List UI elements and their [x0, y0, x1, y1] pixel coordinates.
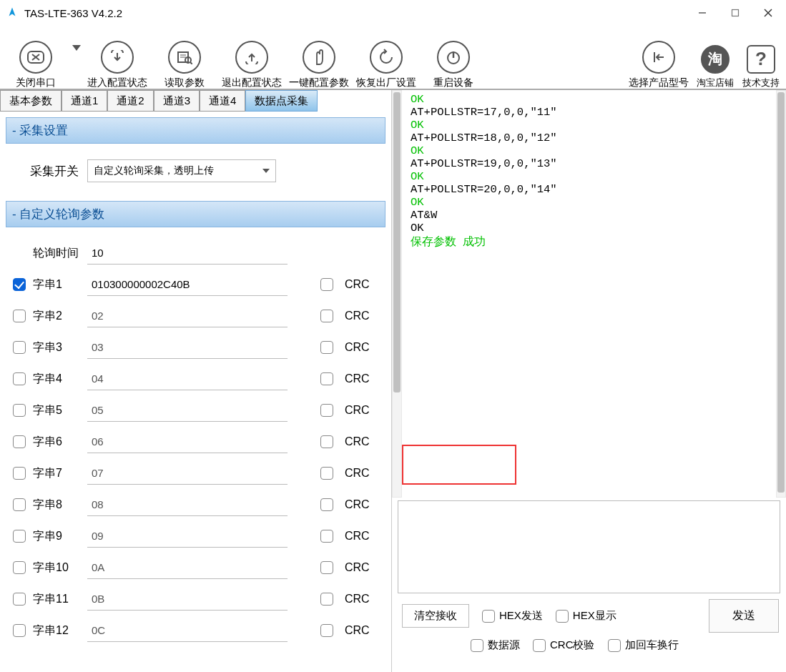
- collect-switch-label: 采集开关: [30, 163, 79, 179]
- crc-checkbox[interactable]: [320, 372, 333, 385]
- send-input[interactable]: [398, 500, 780, 593]
- maximize-button[interactable]: [719, 1, 752, 24]
- crc-checkbox[interactable]: [320, 593, 333, 606]
- string-value-input[interactable]: 03: [87, 336, 288, 359]
- tab-ch1[interactable]: 通道1: [62, 90, 107, 112]
- send-button[interactable]: 发送: [709, 599, 779, 633]
- hex-show-checkbox[interactable]: HEX显示: [556, 609, 616, 623]
- select-model-button[interactable]: 选择产品型号: [626, 29, 692, 89]
- one-key-config-button[interactable]: 一键配置参数: [286, 29, 352, 89]
- string-value-input[interactable]: 0B: [87, 588, 288, 611]
- string-value-input[interactable]: 07: [87, 462, 288, 485]
- section-custom-header: - 自定义轮询参数: [6, 201, 385, 227]
- string-enable-checkbox[interactable]: [13, 404, 26, 417]
- poll-string-row: 字串606CRC: [13, 426, 383, 458]
- crc-checkbox[interactable]: [320, 310, 333, 322]
- crc-checkbox[interactable]: [320, 624, 333, 637]
- crc-checkbox[interactable]: [320, 435, 333, 448]
- section-collect-header: - 采集设置: [6, 117, 385, 144]
- log-output[interactable]: OKAT+POLLSTR=17,0,0,"11"OKAT+POLLSTR=18,…: [408, 93, 770, 249]
- string-label: 字串2: [33, 309, 80, 324]
- log-line: 保存参数 成功: [411, 234, 767, 249]
- toolbar-dropdown[interactable]: [70, 29, 83, 89]
- chevron-down-icon: [72, 45, 81, 51]
- tab-datapoints[interactable]: 数据点采集: [245, 90, 318, 112]
- string-enable-checkbox[interactable]: [13, 310, 26, 322]
- string-label: 字串3: [33, 340, 80, 355]
- string-value-input[interactable]: 04: [87, 367, 288, 390]
- string-enable-checkbox[interactable]: [13, 372, 26, 385]
- crc-check-checkbox[interactable]: CRC校验: [533, 638, 595, 652]
- support-button[interactable]: ? 技术支持: [739, 29, 783, 89]
- window-title: TAS-LTE-363 V4.2.2: [24, 7, 122, 19]
- reboot-button[interactable]: 重启设备: [421, 29, 486, 89]
- string-value-input[interactable]: 010300000002C40B: [87, 273, 288, 296]
- string-value-input[interactable]: 05: [87, 399, 288, 422]
- bottom-controls-row1: 清空接收 HEX发送 HEX显示 发送: [392, 596, 786, 637]
- data-source-checkbox[interactable]: 数据源: [471, 638, 520, 652]
- close-serial-button[interactable]: 关闭串口: [3, 29, 69, 89]
- crc-checkbox[interactable]: [320, 498, 333, 511]
- poll-string-row: 字串303CRC: [13, 332, 383, 363]
- crc-checkbox[interactable]: [320, 278, 333, 291]
- string-value-input[interactable]: 0A: [87, 556, 288, 579]
- right-pane: OKAT+POLLSTR=17,0,0,"11"OKAT+POLLSTR=18,…: [392, 90, 786, 672]
- hand-icon: [311, 49, 327, 66]
- log-line: OK: [411, 93, 767, 106]
- crc-checkbox[interactable]: [320, 561, 333, 574]
- read-params-button[interactable]: 读取参数: [152, 29, 217, 89]
- tab-ch4[interactable]: 通道4: [200, 90, 245, 112]
- crc-label: CRC: [345, 341, 370, 354]
- hex-send-checkbox[interactable]: HEX发送: [482, 609, 543, 623]
- poll-string-row: 字串202CRC: [13, 300, 383, 332]
- help-icon: ?: [747, 45, 775, 74]
- string-value-input[interactable]: 09: [87, 525, 288, 548]
- string-enable-checkbox[interactable]: [13, 593, 26, 606]
- crlf-checkbox[interactable]: 加回车换行: [608, 638, 679, 652]
- toolbar: 关闭串口 进入配置状态 读取参数 退出配置状态 一键配置参数 恢复出厂设置 重启…: [0, 26, 786, 90]
- tab-ch3[interactable]: 通道3: [154, 90, 200, 112]
- crc-checkbox[interactable]: [320, 404, 333, 417]
- tabs: 基本参数 通道1 通道2 通道3 通道4 数据点采集: [0, 90, 391, 112]
- taobao-button[interactable]: 淘 淘宝店铺: [693, 29, 737, 89]
- collect-switch-dropdown[interactable]: 自定义轮询采集，透明上传: [87, 159, 276, 182]
- log-line: AT+POLLSTR=18,0,0,"12": [411, 132, 767, 144]
- exit-config-button[interactable]: 退出配置状态: [219, 29, 285, 89]
- string-label: 字串11: [33, 592, 80, 607]
- string-value-input[interactable]: 08: [87, 493, 288, 516]
- log-scrollbar[interactable]: [392, 90, 402, 498]
- string-value-input[interactable]: 06: [87, 430, 288, 453]
- log-line: OK: [411, 222, 767, 234]
- enter-config-button[interactable]: 进入配置状态: [84, 29, 150, 89]
- poll-string-row: 字串120CCRC: [13, 615, 383, 646]
- crc-checkbox[interactable]: [320, 467, 333, 480]
- string-enable-checkbox[interactable]: [13, 624, 26, 637]
- string-value-input[interactable]: 02: [87, 305, 288, 327]
- poll-time-input[interactable]: 10: [87, 242, 288, 265]
- string-label: 字串5: [33, 403, 80, 418]
- right-scrollbar[interactable]: [776, 90, 786, 498]
- crc-label: CRC: [345, 498, 370, 511]
- string-enable-checkbox[interactable]: [13, 530, 26, 543]
- string-label: 字串1: [33, 277, 80, 292]
- close-button[interactable]: [752, 1, 785, 24]
- factory-reset-button[interactable]: 恢复出厂设置: [353, 29, 419, 89]
- string-enable-checkbox[interactable]: [13, 341, 26, 354]
- string-enable-checkbox[interactable]: [13, 467, 26, 480]
- string-label: 字串9: [33, 529, 80, 544]
- string-enable-checkbox[interactable]: [13, 278, 26, 291]
- chevron-down-icon: [262, 169, 270, 173]
- string-value-input[interactable]: 0C: [87, 619, 288, 642]
- crc-checkbox[interactable]: [320, 341, 333, 354]
- tab-basic[interactable]: 基本参数: [0, 90, 62, 112]
- string-enable-checkbox[interactable]: [13, 498, 26, 511]
- crc-checkbox[interactable]: [320, 530, 333, 543]
- clear-rx-button[interactable]: 清空接收: [402, 604, 469, 628]
- taobao-icon: 淘: [701, 45, 729, 74]
- string-enable-checkbox[interactable]: [13, 435, 26, 448]
- string-label: 字串4: [33, 372, 80, 387]
- tab-ch2[interactable]: 通道2: [107, 90, 153, 112]
- upload-icon: [243, 50, 260, 64]
- string-enable-checkbox[interactable]: [13, 561, 26, 574]
- minimize-button[interactable]: [686, 1, 719, 24]
